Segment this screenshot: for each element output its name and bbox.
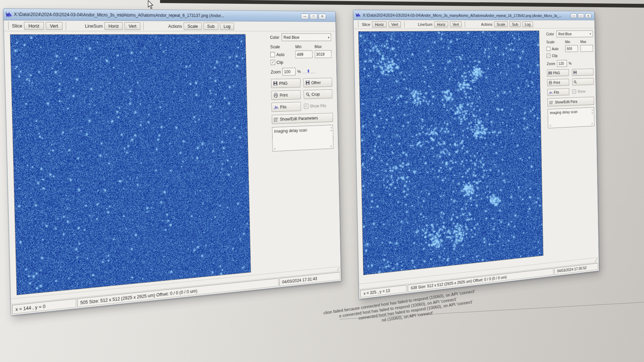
save-other-button[interactable] [572, 69, 593, 76]
scale-min-input[interactable] [295, 51, 312, 58]
toolbar-divider [404, 21, 404, 28]
scroll-up-down-icons[interactable]: ▲▼ [330, 126, 333, 132]
resize-grip-icon[interactable] [595, 258, 598, 262]
maximize-button[interactable]: □ [310, 14, 317, 19]
auto-label: Auto [276, 52, 284, 57]
slice-horiz-button[interactable]: Horiz [372, 21, 387, 28]
application-icon [6, 12, 12, 17]
fit-curve-icon [549, 91, 553, 94]
auto-checkbox[interactable] [270, 52, 275, 57]
auto-label: Auto [552, 47, 559, 51]
zoom-label: Zoom [547, 61, 555, 66]
show-fits-checkbox[interactable]: ✓ [572, 89, 576, 94]
floppy-disk-icon [548, 71, 552, 75]
printer-icon [274, 93, 278, 98]
actions-sub-button[interactable]: Sub [203, 23, 219, 30]
show-edit-parameters-button[interactable]: Show/Edit Parameters [272, 113, 333, 124]
color-select[interactable]: Red Blue ▾ [556, 31, 593, 38]
auto-checkbox[interactable] [547, 47, 550, 51]
control-panel: Color Red Blue ▾ Scale Min Max Auto [546, 31, 595, 129]
color-select-value: Red Blue [283, 35, 299, 40]
close-button[interactable]: ✕ [319, 14, 326, 19]
clip-label: Clip [276, 60, 283, 65]
max-label: Max [580, 40, 593, 44]
title-bar[interactable]: X:\Data\2024\2024-03\2024-03-04\Andor_Mi… [353, 10, 594, 20]
linesum-horiz-button[interactable]: Horiz [104, 22, 123, 30]
print-button[interactable]: Print [271, 90, 301, 100]
max-label: Max [314, 44, 331, 49]
scroll-left-right-icons[interactable]: <> [274, 145, 332, 151]
linesum-vert-button[interactable]: Vert [450, 21, 462, 27]
toolbar-divider [143, 22, 144, 30]
color-select-value: Red Blue [558, 32, 572, 36]
scale-max-input[interactable] [315, 50, 332, 58]
fits-button[interactable]: Fits [547, 88, 570, 96]
slice-vert-button[interactable]: Vert [388, 21, 401, 28]
minimize-button[interactable]: — [301, 14, 308, 19]
error-log-text: ction failed because connected host has … [323, 289, 478, 331]
actions-sub-button[interactable]: Sub [510, 21, 521, 27]
atom-image[interactable] [358, 31, 544, 275]
print-button[interactable]: Print [547, 79, 569, 86]
maximize-button[interactable]: □ [578, 13, 584, 18]
zoom-input[interactable] [282, 68, 296, 76]
zoom-input[interactable] [557, 60, 567, 67]
zoom-slider[interactable] [302, 69, 316, 73]
photographed-screen: X:\Data\2024\2024-03\2024-03-04\Andor_Mi… [0, 0, 644, 362]
scale-min-input[interactable] [565, 45, 578, 52]
actions-scale-button[interactable]: Scale [494, 21, 508, 27]
zoom-slider-thumb[interactable] [308, 69, 309, 72]
scroll-up-down-icons[interactable]: ▲▼ [591, 109, 593, 114]
scale-label: Scale [546, 40, 562, 44]
parameter-textbox[interactable]: imaging delay scan ▲▼ <> [272, 125, 334, 152]
chevron-down-icon: ▾ [590, 32, 591, 35]
window-title: X:\Data\2024\2024-03\2024-03-04\Andor_Mi… [14, 12, 299, 18]
mouse-cursor [146, 0, 155, 9]
window-midatoms: X:\Data\2024\2024-03\2024-03-04\Andor_Mi… [3, 8, 341, 316]
actions-log-button[interactable]: Log [220, 23, 234, 30]
scroll-left-right-icons[interactable]: <> [550, 122, 593, 128]
title-bar[interactable]: X:\Data\2024\2024-03\2024-03-04\Andor_Mi… [3, 9, 335, 22]
resize-grip-icon[interactable] [337, 267, 339, 271]
crop-button[interactable]: Crop [304, 89, 332, 99]
color-label: Color [270, 35, 279, 40]
actions-label: Actions [168, 23, 182, 29]
linesum-horiz-button[interactable]: Horiz [434, 21, 448, 27]
parameter-text: imaging delay scan [550, 109, 578, 115]
window-manyatoms: X:\Data\2024\2024-03\2024-03-04\Andor_Mi… [353, 10, 599, 299]
percent-label: % [569, 61, 572, 65]
floppy-disk-icon [273, 81, 277, 86]
toolbar-divider [65, 22, 66, 30]
save-png-button[interactable]: PNG [547, 69, 569, 77]
show-fits-label: Show Fits [310, 103, 326, 109]
actions-scale-button[interactable]: Scale [183, 22, 202, 30]
clip-checkbox[interactable]: ✓ [547, 54, 550, 58]
clip-checkbox[interactable]: ✓ [271, 60, 275, 65]
save-other-button[interactable]: Other [303, 78, 332, 87]
parameter-text: imaging delay scan [274, 127, 307, 134]
crop-button[interactable] [572, 78, 594, 86]
min-label: Min [565, 40, 578, 44]
scale-max-input[interactable] [580, 45, 593, 52]
toolbar: Slice Horiz Vert LineSum Horiz Vert Acti… [354, 20, 595, 29]
parameter-textbox[interactable]: imaging delay scan ▲▼ <> [548, 107, 595, 128]
linesum-label: LineSum [85, 23, 103, 29]
window-content: Color Red Blue ▾ Scale Min Max Auto [354, 28, 599, 284]
show-fits-checkbox[interactable]: ✓ [304, 104, 308, 109]
minimize-button[interactable]: — [571, 13, 577, 18]
linesum-vert-button[interactable]: Vert [125, 22, 140, 30]
color-select[interactable]: Red Blue ▾ [282, 33, 331, 41]
color-label: Color [546, 32, 554, 36]
atom-image[interactable] [10, 34, 251, 295]
toolbar-divider [465, 21, 465, 27]
fits-button[interactable]: Fits [271, 102, 301, 112]
close-button[interactable]: ✕ [585, 13, 591, 18]
actions-label: Actions [481, 22, 492, 26]
save-png-button[interactable]: PNG [271, 78, 301, 88]
show-edit-parameters-button[interactable]: Show/Edit Para [547, 97, 594, 106]
slice-vert-button[interactable]: Vert [46, 22, 63, 30]
magnifier-icon [574, 80, 577, 84]
slice-horiz-button[interactable]: Horiz [24, 22, 44, 30]
control-panel: Color Red Blue ▾ Scale Min Max Auto [270, 33, 333, 151]
actions-log-button[interactable]: Log [522, 21, 533, 27]
